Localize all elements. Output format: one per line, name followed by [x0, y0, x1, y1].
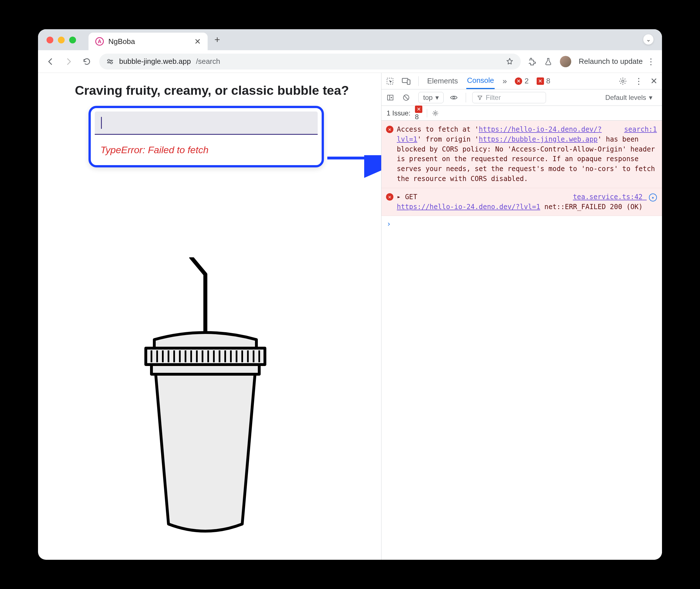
- error-badge-icon: ✕: [515, 77, 522, 85]
- labs-button[interactable]: [544, 57, 552, 66]
- browser-tab[interactable]: A NgBoba ✕: [88, 33, 208, 50]
- msg-method: GET: [405, 193, 417, 201]
- back-button[interactable]: [45, 56, 56, 67]
- context-selector[interactable]: top ▾: [418, 92, 444, 103]
- levels-label: Default levels: [605, 93, 646, 102]
- caret-icon: [101, 117, 102, 129]
- svg-rect-29: [407, 80, 410, 84]
- console-toolbar: top ▾ Filter Default levels ▾: [382, 89, 662, 106]
- error-badge-icon: ✕: [386, 126, 394, 133]
- svg-point-2: [108, 59, 110, 61]
- eye-icon: [450, 94, 458, 101]
- toolbar: bubble-jingle.web.app/search Relaunch to…: [38, 50, 662, 73]
- fetch-url[interactable]: https://hello-io-24.deno.dev/?lvl=1: [397, 203, 540, 211]
- cup-illustration: [120, 257, 290, 541]
- devtools-close-button[interactable]: ✕: [650, 76, 658, 86]
- svg-point-36: [435, 112, 437, 114]
- devtools-menu-button[interactable]: ⋮: [635, 76, 643, 86]
- svg-rect-31: [388, 95, 393, 100]
- tab-list-button[interactable]: ⌄: [643, 34, 654, 44]
- divider: [427, 109, 427, 118]
- devices-icon: [402, 77, 410, 85]
- maximize-window-button[interactable]: [69, 37, 76, 43]
- url-path: /search: [196, 57, 220, 66]
- inspect-button[interactable]: [386, 77, 394, 85]
- msg-text: net::ERR_FAILED 200 (OK): [540, 203, 643, 211]
- tab-title: NgBoba: [108, 37, 135, 46]
- ai-assist-icon[interactable]: ✦: [649, 194, 657, 201]
- forward-button[interactable]: [63, 56, 74, 67]
- window-controls: [46, 37, 76, 43]
- search-input[interactable]: [95, 112, 318, 135]
- page-content: Craving fruity, creamy, or classic bubbl…: [38, 73, 381, 560]
- svg-rect-26: [152, 365, 259, 374]
- inspect-icon: [386, 77, 394, 85]
- console-error-cors: ✕ search:1 Access to fetch at 'https://h…: [382, 121, 662, 188]
- tab-elements[interactable]: Elements: [427, 73, 458, 89]
- warn-counter[interactable]: ✕ 8: [537, 76, 550, 85]
- log-levels-selector[interactable]: Default levels ▾: [601, 92, 657, 103]
- minimize-window-button[interactable]: [58, 37, 65, 43]
- close-window-button[interactable]: [46, 37, 53, 43]
- gear-icon: [619, 77, 627, 85]
- issues-settings-button[interactable]: [432, 110, 439, 117]
- omnibox[interactable]: bubble-jingle.web.app/search: [99, 54, 521, 69]
- source-link[interactable]: search:1: [624, 125, 657, 135]
- warn-count-label: 8: [546, 76, 550, 85]
- live-expression-button[interactable]: [450, 94, 459, 101]
- warn-badge-icon: ✕: [415, 106, 422, 113]
- browser-window: A NgBoba ✕ + ⌄ bubble-jingle.web.app/sea…: [38, 29, 662, 560]
- fetch-error-text: TypeError: Failed to fetch: [95, 135, 318, 157]
- cors-url-2[interactable]: https://bubble-jingle.web.app: [479, 135, 598, 143]
- annotation-arrow: [327, 155, 381, 186]
- site-settings-icon: [106, 57, 114, 65]
- clear-console-button[interactable]: [403, 94, 412, 101]
- divider: [466, 93, 466, 103]
- gear-icon: [432, 110, 439, 117]
- clear-icon: [403, 94, 410, 101]
- svg-point-3: [110, 61, 112, 63]
- reload-icon: [82, 57, 91, 66]
- search-card: TypeError: Failed to fetch: [88, 106, 324, 167]
- toggle-sidebar-button[interactable]: [387, 94, 396, 101]
- msg-text: Access to fetch at ': [397, 126, 479, 133]
- workspace: Craving fruity, creamy, or classic bubbl…: [38, 73, 662, 560]
- chevron-down-icon: ▾: [435, 93, 439, 102]
- console-error-fetch: ✕ tea.service.ts:42 ✦ ▸ GET https://hell…: [382, 188, 662, 216]
- sidebar-icon: [387, 94, 394, 101]
- issues-count-label: 8: [415, 113, 419, 121]
- titlebar: A NgBoba ✕ + ⌄: [38, 29, 662, 50]
- favicon-icon: A: [95, 37, 104, 46]
- menu-button[interactable]: ⋮: [647, 56, 655, 66]
- relaunch-button[interactable]: Relaunch to update ⋮: [578, 56, 655, 66]
- expand-icon[interactable]: ▸: [397, 193, 401, 201]
- devtools-settings-button[interactable]: [619, 77, 627, 85]
- issues-bar: 1 Issue: ✕ 8: [382, 106, 662, 121]
- reload-button[interactable]: [81, 56, 92, 67]
- tabs-overflow-button[interactable]: »: [503, 76, 507, 86]
- divider: [418, 76, 419, 86]
- profile-button[interactable]: [560, 56, 571, 67]
- url-host: bubble-jingle.web.app: [119, 57, 191, 66]
- svg-line-34: [405, 95, 408, 99]
- issues-counter[interactable]: ✕ 8: [415, 106, 422, 121]
- svg-point-35: [453, 96, 455, 99]
- flask-icon: [544, 57, 552, 66]
- msg-text: ' from origin ': [417, 135, 479, 143]
- filter-icon: [477, 95, 483, 101]
- error-count-label: 2: [524, 76, 528, 85]
- svg-point-30: [622, 80, 624, 82]
- close-tab-button[interactable]: ✕: [194, 37, 201, 46]
- tab-console[interactable]: Console: [466, 73, 494, 89]
- warn-badge-icon: ✕: [537, 77, 544, 85]
- device-toolbar-button[interactable]: [402, 77, 410, 85]
- filter-input[interactable]: Filter: [472, 92, 546, 103]
- source-link[interactable]: tea.service.ts:42 ✦: [573, 192, 657, 202]
- relaunch-label: Relaunch to update: [578, 57, 643, 66]
- chevron-down-icon: ▾: [649, 93, 652, 102]
- new-tab-button[interactable]: +: [214, 34, 220, 45]
- extensions-button[interactable]: [527, 57, 537, 66]
- error-counter[interactable]: ✕ 2: [515, 76, 528, 85]
- bookmark-button[interactable]: [505, 57, 514, 66]
- console-prompt[interactable]: ›: [382, 216, 662, 232]
